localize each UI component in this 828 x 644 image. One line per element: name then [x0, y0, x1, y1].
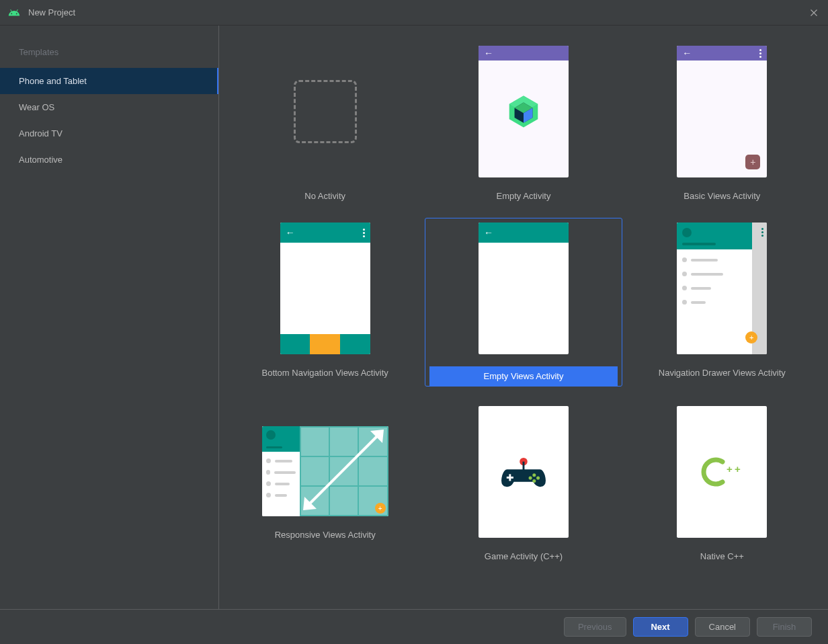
fab-icon: +	[375, 503, 386, 514]
svg-rect-9	[523, 462, 525, 471]
back-arrow-icon: ←	[286, 228, 295, 237]
window-title: New Project	[28, 7, 808, 17]
template-native-cpp[interactable]: + + Native C++	[624, 402, 820, 563]
previous-button[interactable]: Previous	[564, 617, 626, 637]
template-bottom-navigation-views[interactable]: ← Bottom Navigation Views Activity	[227, 218, 423, 386]
svg-point-13	[536, 477, 540, 480]
cpp-icon: + +	[698, 456, 745, 487]
template-label: Empty Activity	[497, 191, 551, 201]
fab-icon: +	[745, 155, 760, 169]
sidebar-item-wear-os[interactable]: Wear OS	[0, 94, 218, 120]
titlebar: New Project	[0, 0, 828, 26]
template-thumbnail: +	[262, 426, 388, 516]
template-label: Bottom Navigation Views Activity	[261, 368, 388, 378]
sidebar-item-label: Phone and Tablet	[19, 76, 87, 86]
appbar-preview: ←	[677, 46, 767, 61]
back-arrow-icon: ←	[484, 48, 493, 58]
sidebar-item-phone-tablet[interactable]: Phone and Tablet	[0, 68, 218, 94]
template-label: Responsive Views Activity	[275, 530, 376, 540]
template-responsive-views[interactable]: + Responsive Views Activity	[227, 422, 423, 563]
template-thumbnail: +	[677, 223, 767, 354]
template-empty-activity[interactable]: ← Empty Activity	[425, 42, 621, 202]
template-thumbnail	[280, 46, 370, 177]
template-thumbnail: ← +	[677, 46, 767, 177]
sidebar-item-label: Android TV	[19, 128, 63, 138]
template-thumbnail: ←	[280, 223, 370, 354]
template-thumbnail: ←	[479, 46, 569, 177]
finish-button[interactable]: Finish	[757, 617, 812, 637]
kebab-icon	[759, 49, 761, 58]
template-label: Basic Views Activity	[684, 191, 760, 201]
back-arrow-icon: ←	[484, 228, 493, 237]
android-logo-icon	[8, 7, 20, 19]
back-arrow-icon: ←	[682, 48, 692, 58]
template-thumbnail	[479, 406, 569, 538]
sidebar-item-label: Wear OS	[19, 102, 54, 112]
template-empty-views-activity[interactable]: ← Empty Views Activity	[425, 218, 621, 386]
next-button[interactable]: Next	[633, 617, 688, 637]
template-label: No Activity	[304, 191, 345, 201]
svg-text:+: +	[727, 463, 733, 475]
kebab-icon	[761, 228, 763, 237]
avatar-icon	[682, 228, 692, 237]
kebab-icon	[363, 229, 365, 237]
sidebar-item-automotive[interactable]: Automotive	[0, 147, 218, 173]
svg-point-12	[532, 473, 536, 477]
svg-text:+: +	[735, 463, 741, 475]
template-game-activity-cpp[interactable]: Game Activity (C++)	[425, 402, 621, 563]
svg-point-14	[532, 479, 536, 483]
bottom-nav-preview	[280, 334, 370, 354]
template-thumbnail: ←	[479, 223, 569, 354]
sidebar-header: Templates	[0, 42, 218, 68]
empty-box-icon	[294, 80, 357, 143]
jetpack-compose-icon	[505, 93, 542, 130]
appbar-preview: ←	[479, 46, 569, 61]
template-thumbnail: + +	[677, 406, 767, 538]
avatar-icon	[266, 430, 276, 440]
sidebar-item-label: Automotive	[19, 155, 63, 165]
svg-point-15	[529, 477, 532, 480]
template-label: Navigation Drawer Views Activity	[659, 368, 786, 378]
template-no-activity[interactable]: No Activity	[227, 42, 423, 202]
template-navigation-drawer-views[interactable]: + Navigation Drawer Views Activity	[624, 218, 820, 386]
gamepad-icon	[499, 456, 548, 488]
template-label: Game Activity (C++)	[485, 551, 563, 561]
drawer-panel-preview: +	[677, 223, 752, 354]
appbar-preview: ←	[280, 223, 370, 243]
sidebar: Templates Phone and Tablet Wear OS Andro…	[0, 26, 219, 609]
templates-panel: No Activity ←	[219, 26, 828, 609]
template-basic-views-activity[interactable]: ← + Basic Views Activity	[624, 42, 820, 202]
cancel-button[interactable]: Cancel	[695, 617, 750, 637]
footer: Previous Next Cancel Finish	[0, 609, 828, 644]
svg-rect-11	[507, 477, 513, 479]
template-label: Empty Views Activity	[429, 366, 617, 386]
close-icon[interactable]	[808, 7, 820, 19]
template-label: Native C++	[700, 551, 744, 561]
sidebar-item-android-tv[interactable]: Android TV	[0, 120, 218, 147]
appbar-preview: ←	[479, 223, 569, 243]
